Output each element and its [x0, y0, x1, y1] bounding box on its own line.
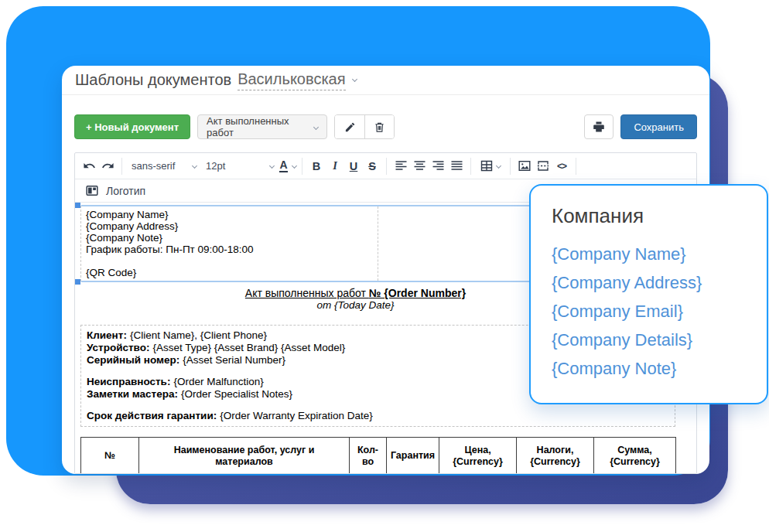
col-qty: Кол-во — [350, 438, 387, 474]
toolbar-divider — [302, 158, 302, 175]
company-line: {Company Note} — [86, 232, 373, 244]
text-color-button[interactable]: A — [279, 156, 297, 176]
popup-title: Компания — [552, 204, 746, 228]
align-left-button[interactable] — [391, 156, 410, 176]
field-value: {Order Specialist Notes} — [181, 388, 292, 400]
col-sum: Сумма,{Currency} — [594, 438, 676, 474]
trash-icon — [374, 121, 385, 133]
col-warranty: Гарантия — [387, 438, 439, 474]
field-value: {Order Warranty Expiration Date} — [220, 410, 373, 421]
field-label: Срок действия гарантии: — [87, 410, 217, 421]
edit-template-button[interactable] — [335, 115, 364, 138]
chevron-down-icon — [351, 76, 357, 81]
chevron-down-icon — [269, 163, 275, 169]
qr-code-placeholder: {QR Code} — [86, 267, 373, 278]
field-label: Клиент: — [87, 329, 127, 341]
page: Шаблоны документов Васильковская + Новый… — [0, 0, 769, 532]
company-line: {Company Name} — [86, 209, 373, 220]
font-size-select[interactable]: 12pt — [201, 156, 279, 176]
field-label: Устройство: — [87, 342, 149, 353]
variable-company-name[interactable]: {Company Name} — [552, 240, 746, 268]
table-icon — [480, 160, 493, 172]
toolbar-divider — [470, 158, 471, 175]
company-line: График работы: Пн-Пт 09:00-18:00 — [86, 244, 373, 255]
insert-table-button[interactable] — [476, 156, 505, 176]
undo-icon — [83, 159, 96, 172]
toolbar-divider — [576, 158, 576, 175]
variable-company-details[interactable]: {Company Details} — [552, 326, 746, 354]
insert-logo-button[interactable]: Логотип — [80, 181, 152, 201]
align-right-icon — [432, 161, 444, 171]
table-drag-handle[interactable] — [75, 279, 80, 285]
chevron-down-icon — [292, 163, 297, 169]
toolbar-divider — [386, 158, 387, 175]
variable-company-address[interactable]: {Company Address} — [552, 268, 746, 297]
field-value: {Asset Serial Number} — [183, 354, 285, 366]
font-family-value: sans-serif — [132, 160, 175, 172]
variables-popup: Компания {Company Name} {Company Address… — [529, 184, 768, 404]
field-value: {Order Malfunction} — [173, 376, 263, 387]
strikethrough-button[interactable]: S — [363, 156, 381, 176]
redo-button[interactable] — [98, 156, 117, 176]
undo-button[interactable] — [80, 156, 98, 176]
field-line: Срок действия гарантии:{Order Warranty E… — [87, 410, 669, 422]
insert-image-button[interactable] — [515, 156, 534, 176]
code-view-button[interactable]: <> — [552, 156, 571, 176]
action-toolbar: + Новый документ Акт выполненных работ — [74, 114, 697, 139]
align-justify-icon — [451, 161, 463, 171]
variable-company-note[interactable]: {Company Note} — [552, 354, 746, 383]
chevron-down-icon — [313, 124, 319, 130]
works-table[interactable]: № Наименование работ, услуг иматериалов … — [80, 437, 676, 473]
variable-company-email[interactable]: {Company Email} — [552, 297, 746, 326]
blank-line — [86, 255, 373, 267]
logo-layout-icon — [86, 185, 98, 196]
field-value: {Asset Type} {Asset Brand} {Asset Model} — [152, 342, 345, 353]
template-select-value: Акт выполненных работ — [207, 115, 314, 138]
print-button[interactable] — [584, 114, 613, 139]
template-select[interactable]: Акт выполненных работ — [197, 114, 327, 139]
align-center-icon — [414, 161, 426, 171]
col-number: № — [81, 438, 139, 474]
chevron-down-icon — [192, 163, 197, 169]
col-taxes: Налоги,{Currency} — [517, 438, 594, 474]
page-break-button[interactable] — [534, 156, 552, 176]
table-drag-handle[interactable] — [75, 203, 80, 208]
save-button[interactable]: Сохранить — [620, 114, 697, 139]
col-name: Наименование работ, услуг иматериалов — [139, 438, 350, 474]
works-table-header-row: № Наименование работ, услуг иматериалов … — [81, 438, 676, 474]
delete-template-button[interactable] — [364, 115, 394, 138]
align-justify-button[interactable] — [447, 156, 466, 176]
editor-toolbar: sans-serif 12pt A B I U S — [75, 153, 696, 179]
chevron-down-icon — [496, 163, 501, 169]
field-value: {Client Name}, {Client Phone} — [130, 329, 267, 341]
font-family-select[interactable]: sans-serif — [127, 156, 201, 176]
col-price: Цена,{Currency} — [439, 438, 517, 474]
font-size-value: 12pt — [206, 160, 225, 172]
redo-icon — [101, 159, 114, 172]
align-center-button[interactable] — [410, 156, 429, 176]
underline-button[interactable]: U — [344, 156, 363, 176]
bold-button[interactable]: B — [307, 156, 326, 176]
window-header: Шаблоны документов Васильковская — [62, 66, 709, 95]
printer-icon — [593, 121, 605, 133]
field-label: Серийный номер: — [87, 354, 179, 366]
align-left-icon — [395, 161, 407, 171]
text-color-icon: A — [279, 159, 287, 172]
document-title-text: Акт выполненных работ — [245, 287, 369, 299]
pencil-icon — [344, 121, 356, 133]
template-edit-group — [334, 114, 395, 139]
page-title: Шаблоны документов — [75, 71, 231, 89]
page-break-icon — [537, 160, 549, 172]
align-right-button[interactable] — [429, 156, 447, 176]
company-line: {Company Address} — [86, 220, 373, 232]
toolbar-divider — [510, 158, 511, 175]
new-document-button[interactable]: + Новый документ — [74, 114, 190, 139]
italic-button[interactable]: I — [326, 156, 344, 176]
order-number-placeholder: № {Order Number} — [369, 287, 466, 299]
field-label: Неисправность: — [87, 376, 170, 387]
field-label: Заметки мастера: — [87, 388, 178, 400]
company-info-cell[interactable]: {Company Name} {Company Address} {Compan… — [81, 206, 378, 281]
toolbar-divider — [121, 158, 122, 175]
insert-logo-label: Логотип — [106, 185, 145, 197]
branch-selector[interactable]: Васильковская — [238, 70, 345, 90]
